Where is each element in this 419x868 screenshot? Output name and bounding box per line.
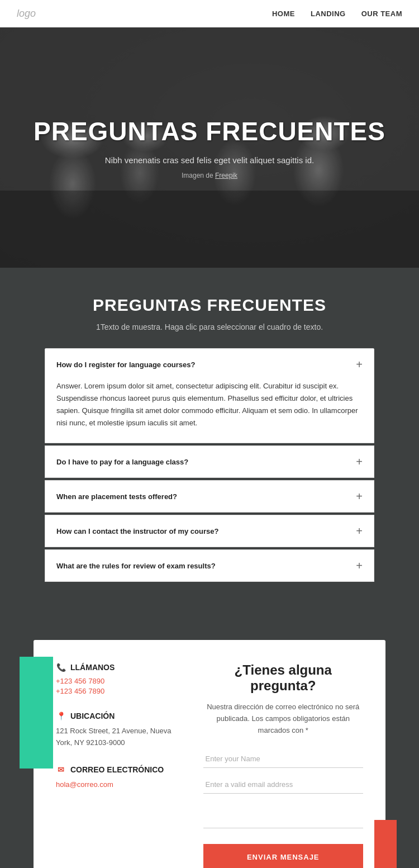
hero-title: PREGUNTAS FRECUENTES [34,116,385,146]
phone-icon: 📞 [56,662,66,672]
faq-item-1: Do I have to pay for a language class? + [45,445,374,478]
faq-toggle-icon-1: + [356,456,363,467]
contact-section: 📞 LLÁMANOS +123 456 7890 +123 456 7890 📍… [0,618,419,868]
contact-form-heading: ¿Tienes alguna pregunta? [203,662,364,694]
phone-label: LLÁMANOS [70,663,115,672]
phone-link-1[interactable]: +123 456 7890 [56,677,175,685]
faq-question-0[interactable]: How do I register for language courses? … [45,349,374,380]
logo: logo [17,8,36,20]
email-icon: ✉ [56,765,66,775]
faq-question-text-3: How can I contact the instructor of my c… [56,527,218,535]
email-label: CORREO ELECTRÓNICO [70,765,164,774]
nav-landing[interactable]: LANDING [311,10,346,18]
nav-home[interactable]: HOME [272,10,295,18]
email-block: ✉ CORREO ELECTRÓNICO hola@correo.com [56,765,175,789]
phone-link-2[interactable]: +123 456 7890 [56,687,175,695]
nav-links: HOME LANDING OUR TEAM [272,10,402,18]
faq-item-2: When are placement tests offered? + [45,480,374,513]
contact-info-column: 📞 LLÁMANOS +123 456 7890 +123 456 7890 📍… [34,640,192,868]
location-icon: 📍 [56,711,66,721]
email-field-group [203,776,364,794]
hero-credit-prefix: Imagen de [182,172,213,179]
submit-button[interactable]: ENVIAR MENSAJE [203,844,364,868]
hero-content: PREGUNTAS FRECUENTES Nibh venenatis cras… [11,116,408,179]
name-input[interactable] [203,750,364,768]
faq-question-text-2: When are placement tests offered? [56,492,177,501]
hero-section: PREGUNTAS FRECUENTES Nibh venenatis cras… [0,27,419,268]
faq-toggle-icon-4: + [356,560,363,571]
contact-form-column: ¿Tienes alguna pregunta? Nuestra direcci… [192,640,386,868]
faq-item-4: What are the rules for review of exam re… [45,549,374,582]
navbar: logo HOME LANDING OUR TEAM [0,0,419,27]
faq-section-title: PREGUNTAS FRECUENTES [45,296,374,315]
location-title: 📍 UBICACIÓN [56,711,175,721]
message-field-group [203,801,364,831]
email-title: ✉ CORREO ELECTRÓNICO [56,765,175,775]
faq-question-text-0: How do I register for language courses? [56,361,196,369]
faq-question-4[interactable]: What are the rules for review of exam re… [45,550,374,581]
name-field-group [203,750,364,768]
hero-subtitle: Nibh venenatis cras sed felis eget velit… [34,155,385,165]
faq-question-3[interactable]: How can I contact the instructor of my c… [45,515,374,547]
faq-item-3: How can I contact the instructor of my c… [45,515,374,547]
faq-question-2[interactable]: When are placement tests offered? + [45,481,374,512]
faq-toggle-icon-0: + [356,359,363,370]
contact-card: 📞 LLÁMANOS +123 456 7890 +123 456 7890 📍… [34,640,385,868]
contact-form-description: Nuestra dirección de correo electrónico … [203,701,364,736]
message-input[interactable] [203,801,364,828]
location-block: 📍 UBICACIÓN 121 Rock Street, 21 Avenue, … [56,711,175,749]
hero-credit-link[interactable]: Freepik [215,172,237,179]
phone-title: 📞 LLÁMANOS [56,662,175,672]
nav-our-team[interactable]: OUR TEAM [361,10,402,18]
location-label: UBICACIÓN [70,712,115,720]
faq-toggle-icon-2: + [356,491,363,502]
hero-credit: Imagen de Freepik [34,172,385,179]
faq-question-1[interactable]: Do I have to pay for a language class? + [45,446,374,477]
faq-item-0: How do I register for language courses? … [45,348,374,443]
email-link[interactable]: hola@correo.com [56,780,113,789]
contact-address: 121 Rock Street, 21 Avenue, Nueva York, … [56,725,175,749]
faq-question-text-4: What are the rules for review of exam re… [56,562,216,570]
email-input[interactable] [203,776,364,794]
faq-answer-0: Answer. Lorem ipsum dolor sit amet, cons… [45,380,374,443]
faq-section: PREGUNTAS FRECUENTES 1Texto de muestra. … [0,268,419,618]
faq-toggle-icon-3: + [356,525,363,537]
contact-form: ENVIAR MENSAJE [203,750,364,868]
faq-list: How do I register for language courses? … [45,348,374,584]
faq-section-subtitle: 1Texto de muestra. Haga clic para selecc… [45,322,374,331]
faq-question-text-1: Do I have to pay for a language class? [56,458,188,466]
phone-block: 📞 LLÁMANOS +123 456 7890 +123 456 7890 [56,662,175,695]
